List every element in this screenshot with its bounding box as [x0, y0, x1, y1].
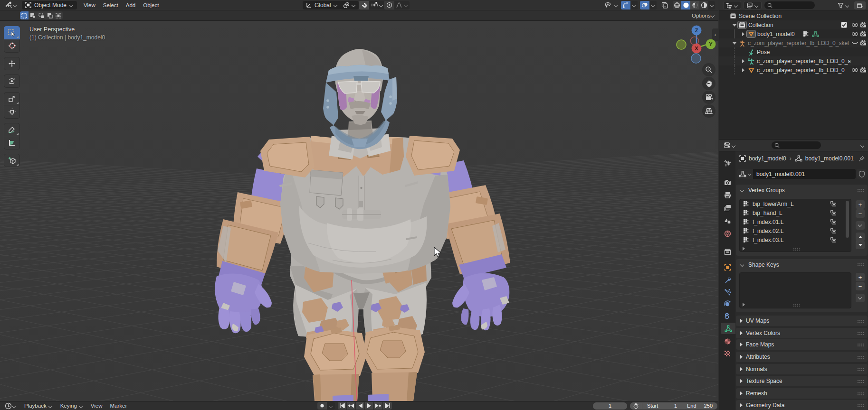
use-preview-range-toggle[interactable]: [630, 403, 642, 409]
options-dropdown[interactable]: Options: [689, 12, 715, 19]
tool-scale[interactable]: [4, 92, 20, 105]
snap-target-dropdown[interactable]: [369, 1, 385, 9]
panel-grip[interactable]: [857, 188, 864, 192]
eye-toggle[interactable]: [851, 22, 858, 28]
overlays-dropdown-chevron[interactable]: [649, 1, 657, 9]
id-type-dropdown[interactable]: [737, 169, 753, 179]
menu-tl-view[interactable]: View: [87, 401, 106, 410]
tab-particles[interactable]: [719, 286, 735, 298]
expander-icon[interactable]: [742, 59, 744, 63]
tab-physics[interactable]: [719, 298, 735, 309]
panel-geometry-data[interactable]: Geometry Data: [736, 400, 868, 410]
panel-grip[interactable]: [857, 263, 864, 266]
tab-scene[interactable]: [719, 215, 735, 227]
shapekey-add-button[interactable]: +: [856, 273, 865, 281]
shapekey-specials-button[interactable]: [856, 294, 865, 302]
panel-grip[interactable]: [857, 343, 864, 346]
outliner-row[interactable]: Collection: [719, 20, 868, 29]
outliner-row[interactable]: Scene Collection: [719, 11, 868, 20]
list-expand-arrow[interactable]: [743, 303, 745, 307]
tab-render[interactable]: [719, 177, 735, 188]
outliner-item-label[interactable]: c_zom_player_reporter_fb_LOD_0_skel: [748, 40, 849, 47]
properties-options-chevron[interactable]: [860, 143, 865, 148]
outliner-row[interactable]: body1_model0: [719, 29, 868, 38]
vgroup-add-button[interactable]: +: [856, 200, 865, 209]
next-keyframe-button[interactable]: [374, 402, 383, 410]
tool-add-cube[interactable]: [4, 154, 20, 167]
shading-material-button[interactable]: [690, 1, 699, 9]
current-frame-field[interactable]: 1: [593, 402, 627, 410]
vertex-group-row[interactable]: f_index.02.L: [740, 226, 851, 235]
panel-uv-maps[interactable]: UV Maps: [736, 316, 868, 326]
new-collection-button[interactable]: [854, 1, 866, 9]
lock-icon[interactable]: [830, 219, 837, 224]
play-button[interactable]: [365, 402, 374, 410]
datablock-name-input[interactable]: body1_model0.001: [753, 169, 856, 179]
menu-add[interactable]: Add: [122, 0, 139, 10]
tool-select-box[interactable]: [4, 26, 20, 39]
menu-view[interactable]: View: [80, 0, 99, 10]
select-mode-extend-button[interactable]: [29, 11, 37, 19]
pin-icon[interactable]: [858, 156, 865, 162]
tab-constraints[interactable]: [719, 310, 735, 321]
outliner-filter-button[interactable]: [838, 2, 849, 9]
auto-keying-dropdown[interactable]: [327, 402, 335, 410]
menu-marker[interactable]: Marker: [106, 401, 131, 410]
previous-keyframe-button[interactable]: [347, 402, 356, 410]
outliner-display-mode-dropdown[interactable]: [723, 1, 741, 9]
navigation-gizmo[interactable]: Z Y X: [672, 21, 718, 65]
tool-cursor[interactable]: [4, 39, 20, 53]
vgroup-remove-button[interactable]: −: [856, 209, 865, 218]
breadcrumb-object[interactable]: body1_model0: [749, 155, 786, 162]
vertex-group-row[interactable]: bip_lowerArm_L: [740, 199, 851, 208]
panel-grip[interactable]: [857, 355, 864, 359]
perspective-toggle-button[interactable]: [702, 104, 715, 118]
proportional-edit-toggle[interactable]: [384, 1, 394, 9]
play-reverse-button[interactable]: [356, 402, 365, 410]
outliner-row[interactable]: c_zom_player_reporter_fb_LOD_0_a: [719, 56, 868, 65]
eye-toggle[interactable]: [851, 67, 858, 73]
vertex-group-row[interactable]: f_index.03.L: [740, 235, 851, 244]
zoom-button[interactable]: [702, 63, 715, 76]
vertex-groups-panel-header[interactable]: Vertex Groups: [736, 185, 868, 196]
xray-toggle[interactable]: [659, 1, 670, 9]
vgroup-move-up-button[interactable]: [856, 233, 865, 241]
lock-icon[interactable]: [830, 228, 837, 233]
shading-rendered-button[interactable]: [699, 1, 708, 9]
camera-view-button[interactable]: [702, 91, 715, 104]
expander-icon[interactable]: [733, 42, 736, 45]
gizmos-toggle[interactable]: [621, 1, 630, 9]
outliner-item-label[interactable]: c_zom_player_reporter_fb_LOD_0_a: [757, 58, 850, 65]
tool-annotate[interactable]: [4, 123, 20, 136]
end-frame-field[interactable]: End250: [682, 403, 717, 409]
tab-view-layer[interactable]: [719, 202, 735, 214]
expander-icon[interactable]: [742, 68, 744, 72]
tab-tool[interactable]: [719, 158, 735, 169]
vgroup-move-down-button[interactable]: [856, 241, 865, 249]
tab-collection[interactable]: [719, 246, 735, 258]
tool-rotate[interactable]: [4, 75, 20, 88]
visibility-dropdown-chevron[interactable]: [612, 1, 619, 9]
panel-attributes[interactable]: Attributes: [736, 352, 868, 362]
menu-object[interactable]: Object: [139, 0, 162, 10]
tab-texture[interactable]: [719, 348, 735, 359]
panel-grip[interactable]: [857, 380, 864, 383]
jump-to-end-button[interactable]: [383, 402, 392, 410]
expander-icon[interactable]: [742, 32, 744, 36]
lock-icon[interactable]: [830, 210, 837, 215]
panel-texture-space[interactable]: Texture Space: [736, 376, 868, 386]
camera-toggle[interactable]: [860, 31, 867, 37]
snap-toggle[interactable]: [359, 1, 369, 9]
expander-icon[interactable]: [733, 24, 736, 27]
menu-select[interactable]: Select: [99, 0, 122, 10]
outliner-filter-dropdown[interactable]: [744, 1, 762, 9]
outliner-search-input[interactable]: [764, 1, 815, 9]
outliner-row[interactable]: c_zom_player_reporter_fb_LOD_0: [719, 65, 868, 75]
panel-face-maps[interactable]: Face Maps: [736, 339, 868, 350]
outliner-item-label[interactable]: c_zom_player_reporter_fb_LOD_0: [757, 67, 845, 74]
proportional-falloff-dropdown[interactable]: [394, 1, 410, 9]
outliner-item-label[interactable]: Scene Collection: [739, 13, 782, 19]
list-expand-arrow[interactable]: [743, 247, 745, 251]
select-mode-intersect-button[interactable]: [54, 11, 63, 19]
overlays-toggle[interactable]: [640, 1, 649, 9]
